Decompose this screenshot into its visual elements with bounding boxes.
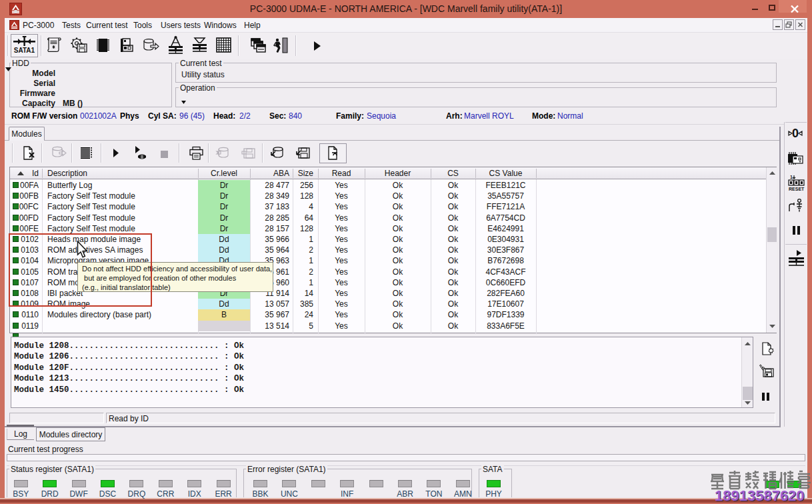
svg-text:0: 0 xyxy=(792,127,799,139)
svg-text:1: 1 xyxy=(790,175,793,179)
svg-text:RESET: RESET xyxy=(789,187,805,191)
